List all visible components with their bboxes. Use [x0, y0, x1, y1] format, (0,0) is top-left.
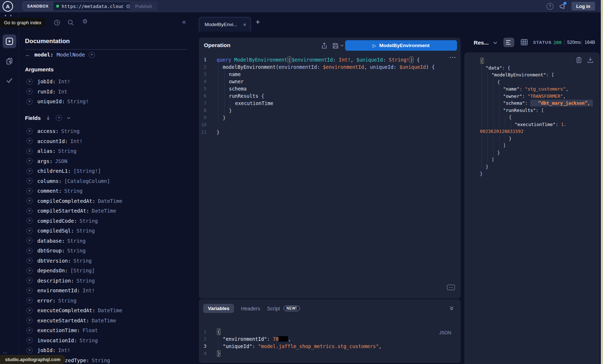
- add-field-icon[interactable]: +: [26, 258, 33, 264]
- field-type[interactable]: String!: [67, 99, 89, 104]
- field-type[interactable]: DateTime: [98, 198, 122, 204]
- field-name[interactable]: dbtGroup:: [37, 248, 65, 254]
- code-line[interactable]: 3name: [199, 71, 461, 78]
- doc-type-name[interactable]: ModelNode: [56, 52, 85, 58]
- rail-item-checks[interactable]: [0, 77, 19, 84]
- field-type[interactable]: String: [80, 218, 98, 224]
- field-name[interactable]: compileCompletedAt:: [37, 198, 95, 204]
- rail-item-explorer[interactable]: [3, 34, 16, 48]
- add-type-icon[interactable]: +: [89, 52, 95, 58]
- add-field-icon[interactable]: +: [26, 337, 33, 343]
- add-field-icon[interactable]: +: [26, 168, 33, 174]
- field-type[interactable]: [String]: [70, 268, 95, 273]
- sort-fields-icon[interactable]: [46, 115, 51, 121]
- field-name[interactable]: dependsOn:: [37, 268, 68, 273]
- response-view-raw-button[interactable]: [503, 38, 514, 47]
- field-type[interactable]: DateTime: [92, 318, 116, 323]
- code-line[interactable]: 3"uniqueId": "model.jaffle_shop_metrics.…: [199, 343, 461, 350]
- field-name[interactable]: childrenL1:: [37, 168, 71, 174]
- back-arrow-icon[interactable]: ←: [25, 51, 31, 58]
- code-line[interactable]: 6runResults {: [199, 92, 461, 100]
- variables-tab-variables[interactable]: Variables: [203, 304, 234, 313]
- field-type[interactable]: String: [74, 258, 92, 264]
- save-operation-button[interactable]: [332, 43, 344, 49]
- operation-tab[interactable]: ModelByEnvi... ×: [199, 17, 251, 32]
- field-name[interactable]: database:: [37, 238, 65, 244]
- save-dropdown-chevron-icon[interactable]: [340, 45, 344, 47]
- field-type[interactable]: Int: [58, 89, 67, 95]
- field-type[interactable]: String: [80, 338, 98, 343]
- field-name[interactable]: runId:: [37, 89, 56, 95]
- publish-button[interactable]: Publish: [130, 1, 158, 11]
- add-field-icon[interactable]: +: [26, 79, 33, 85]
- add-field-icon[interactable]: +: [26, 138, 33, 144]
- code-line[interactable]: 11}: [199, 129, 461, 136]
- variables-tab-headers[interactable]: Headers: [241, 306, 260, 311]
- code-line[interactable]: 7executionTime: [199, 100, 461, 107]
- field-name[interactable]: columns:: [37, 178, 62, 184]
- field-name[interactable]: executeStartedAt:: [37, 318, 89, 323]
- field-type[interactable]: String: [58, 298, 77, 304]
- field-type[interactable]: DateTime: [98, 307, 122, 313]
- add-field-icon[interactable]: +: [26, 288, 33, 294]
- login-button[interactable]: Log in: [571, 2, 595, 11]
- add-field-icon[interactable]: +: [26, 347, 33, 353]
- code-line[interactable]: 10: [199, 121, 461, 129]
- add-field-icon[interactable]: +: [26, 198, 33, 204]
- field-type[interactable]: Int!: [70, 138, 83, 144]
- code-line[interactable]: 2modelByEnvironment(environmentId: $envi…: [199, 63, 461, 71]
- field-name[interactable]: args:: [37, 158, 53, 164]
- search-icon[interactable]: [67, 19, 74, 26]
- field-type[interactable]: String: [67, 248, 86, 254]
- field-name[interactable]: uniqueId:: [37, 99, 65, 104]
- field-name[interactable]: jobId:: [37, 347, 56, 353]
- code-line[interactable]: 1{: [199, 328, 461, 335]
- collapse-sidebar-icon[interactable]: «: [182, 18, 185, 26]
- field-name[interactable]: dbtVersion:: [37, 258, 71, 264]
- add-field-icon[interactable]: +: [26, 307, 33, 314]
- response-view-table-button[interactable]: [521, 39, 528, 45]
- field-type[interactable]: JSON: [55, 158, 67, 164]
- add-field-icon[interactable]: +: [26, 248, 33, 254]
- window-scrollbar[interactable]: [601, 0, 603, 364]
- add-field-icon[interactable]: +: [26, 277, 33, 284]
- help-icon[interactable]: ?: [547, 3, 553, 10]
- add-field-icon[interactable]: +: [26, 228, 33, 234]
- response-json[interactable]: {"data": {"modelByEnvironment": [{"name"…: [464, 57, 600, 177]
- history-icon[interactable]: [54, 19, 60, 26]
- add-field-icon[interactable]: +: [26, 218, 33, 224]
- field-name[interactable]: executionTime:: [37, 327, 80, 333]
- settings-gear-icon[interactable]: ⚙: [82, 18, 88, 25]
- close-tab-icon[interactable]: ×: [243, 21, 246, 28]
- graph-icon[interactable]: [5, 15, 6, 16]
- field-type[interactable]: String: [76, 228, 95, 234]
- field-type[interactable]: [String!]: [74, 168, 101, 174]
- field-type[interactable]: String: [58, 148, 77, 154]
- add-field-icon[interactable]: +: [26, 178, 33, 184]
- field-name[interactable]: invocationId:: [37, 338, 77, 343]
- add-field-icon[interactable]: +: [26, 327, 33, 334]
- add-field-icon[interactable]: +: [26, 88, 33, 95]
- field-name[interactable]: access:: [37, 128, 59, 134]
- code-line[interactable]: 9}: [199, 114, 461, 121]
- add-field-icon[interactable]: +: [26, 297, 33, 304]
- code-line[interactable]: 4owner: [199, 78, 461, 85]
- field-name[interactable]: accountId:: [37, 138, 68, 144]
- code-line[interactable]: 1query ModelByEnvironment($environmentId…: [199, 56, 461, 63]
- field-name[interactable]: environmentId:: [37, 288, 80, 293]
- field-type[interactable]: String: [92, 357, 110, 363]
- field-type[interactable]: Float: [83, 327, 98, 333]
- add-field-icon[interactable]: +: [26, 128, 33, 134]
- field-name[interactable]: compileStartedAt:: [37, 208, 89, 214]
- field-type[interactable]: String: [67, 238, 86, 244]
- field-name[interactable]: description:: [37, 278, 74, 284]
- collapse-panel-icon[interactable]: [449, 306, 454, 311]
- field-type[interactable]: [CatalogColumn]: [64, 178, 110, 184]
- add-field-icon[interactable]: +: [26, 208, 33, 214]
- rail-item-schema[interactable]: [0, 57, 19, 65]
- field-type[interactable]: Int!: [83, 288, 95, 293]
- field-type[interactable]: Int!: [58, 347, 71, 353]
- field-name[interactable]: compiledCode:: [37, 218, 77, 224]
- add-field-icon[interactable]: +: [26, 238, 33, 244]
- field-name[interactable]: compiledSql:: [37, 228, 74, 234]
